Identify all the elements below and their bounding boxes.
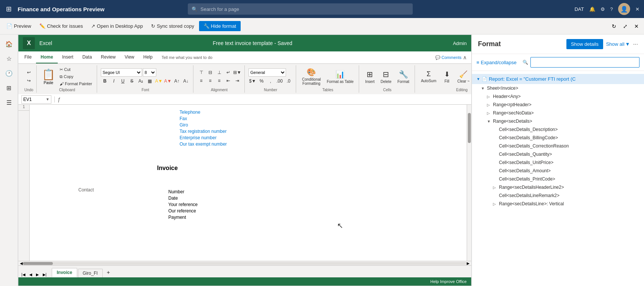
align-right-button[interactable]: ≡ (215, 77, 223, 84)
sheet-prev-button[interactable]: ◀ (28, 272, 34, 277)
tree-item-header-any[interactable]: ▷ Header<Any> (472, 92, 644, 101)
sync-button[interactable]: ↻ Sync stored copy (148, 21, 198, 31)
sheet-tab-invoice[interactable]: Invoice (52, 268, 77, 277)
scroll-thumb[interactable] (23, 262, 53, 265)
preview-button[interactable]: 📄 Preview (3, 21, 34, 31)
tree-item-cell-correctionreason[interactable]: Cell<secDetails_CorrectionReason (472, 142, 644, 150)
tab-home[interactable]: Home (36, 51, 57, 63)
increase-indent-button[interactable]: ⇥ (233, 77, 241, 84)
tree-item-cell-billingcode[interactable]: Cell<secDetails_BillingCode> (472, 134, 644, 142)
tab-insert[interactable]: Insert (58, 51, 78, 63)
user-avatar[interactable]: 👤 (618, 3, 630, 15)
number-format-select[interactable]: General (249, 68, 286, 77)
spreadsheet-area[interactable]: 1 Telephone Fax Giro Tax registration nu… (18, 105, 471, 261)
close-panel-button[interactable]: ✕ (632, 22, 641, 31)
check-issues-button[interactable]: ✏️ Check for issues (36, 21, 86, 31)
merge-button[interactable]: ⊞▼ (233, 69, 241, 76)
sheet-last-button[interactable]: ▶| (41, 272, 48, 277)
open-desktop-button[interactable]: ↗ Open in Desktop App (88, 21, 146, 31)
comma-button[interactable]: , (267, 77, 275, 85)
sheet-add-button[interactable]: ＋ (103, 268, 113, 277)
font-color-button[interactable]: A▼ (164, 77, 172, 85)
expand-collapse-button[interactable]: ≡ Expand/collapse (476, 60, 517, 65)
cell-ref-dropdown[interactable]: ▼ (46, 97, 49, 101)
cut-button[interactable]: ✂ Cut (58, 66, 94, 73)
cell-reference-box[interactable]: EV1 ▼ (21, 95, 51, 104)
bold-button[interactable]: B (101, 77, 109, 85)
increase-decimal-button[interactable]: .00 (276, 77, 284, 85)
align-middle-button[interactable]: ⊟ (206, 69, 214, 76)
sidebar-menu-icon[interactable]: ☰ (3, 96, 15, 109)
currency-button[interactable]: $▼ (249, 77, 257, 85)
panel-search-input[interactable] (534, 60, 636, 65)
horizontal-scrollbar[interactable]: ◀ ▶ (18, 261, 471, 265)
tree-root-item[interactable]: ▼ 📄 Report: Excel = "Customer FTI report… (472, 74, 644, 84)
tree-item-cell-amount[interactable]: Cell<secDetails_Amount> (472, 167, 644, 175)
tab-data[interactable]: Data (78, 51, 96, 63)
tab-review[interactable]: Review (96, 51, 120, 63)
tree-item-cell-unitprice[interactable]: Cell<secDetails_UnitPrice> (472, 158, 644, 167)
tree-item-range-secdetailsheaderline2[interactable]: ▷ Range<secDetailsHeaderLine2> (472, 183, 644, 191)
tree-item-range-secdetailsline[interactable]: ▷ Range<secDetailsLine>: Vertical (472, 200, 644, 208)
decrease-decimal-button[interactable]: .0 (285, 77, 293, 85)
tree-item-cell-lineremark2[interactable]: Cell<secDetailsLineRemark2> (472, 191, 644, 200)
format-painter-button[interactable]: 🖌 Format Painter (58, 81, 94, 87)
comments-button[interactable]: 💬 Comments (435, 55, 461, 60)
delete-cells-button[interactable]: ⊟ Delete (378, 68, 394, 85)
clear-button[interactable]: 🧹 Clear ~ (455, 69, 472, 85)
paste-button[interactable]: 📋 Paste (40, 67, 57, 86)
align-top-button[interactable]: ⊤ (197, 69, 205, 76)
vertical-scroll-thumb[interactable] (468, 113, 471, 143)
fill-color-button[interactable]: A▼ (155, 77, 163, 85)
sheet-next-button[interactable]: ▶ (34, 272, 40, 277)
vertical-scrollbar[interactable] (467, 105, 471, 261)
formula-insert-icon[interactable]: ƒ (58, 96, 61, 102)
conditional-formatting-button[interactable]: 🎨 ConditionalFormatting (300, 66, 323, 87)
tree-item-cell-desc[interactable]: Cell<secDetails_Description> (472, 125, 644, 134)
undo-button[interactable]: ↩ (25, 69, 33, 76)
popout-button[interactable]: ⤢ (621, 22, 630, 31)
align-left-button[interactable]: ≡ (197, 77, 205, 84)
notifications-icon[interactable]: 🔔 (589, 6, 595, 12)
tree-item-range-rptheader[interactable]: ▷ Range<rptHeader> (472, 101, 644, 109)
sidebar-recent-icon[interactable]: 🕐 (2, 67, 16, 80)
sidebar-star-icon[interactable]: ☆ (3, 52, 15, 65)
tree-item-cell-quantity[interactable]: Cell<secDetails_Quantity> (472, 150, 644, 158)
close-nav-icon[interactable]: ✕ (635, 6, 640, 12)
sidebar-workspace-icon[interactable]: ⊞ (3, 81, 14, 95)
font-size-select[interactable]: 8 (143, 68, 156, 77)
tree-item-range-secnodata[interactable]: ▷ Range<secNoData> (472, 109, 644, 117)
show-all-button[interactable]: Show all ▼ (606, 41, 630, 47)
underline-button[interactable]: U (119, 77, 127, 85)
fill-button[interactable]: ⬇ Fill (440, 69, 454, 85)
ribbon-collapse-button[interactable]: ∧ (463, 54, 467, 60)
subscript-button[interactable]: A₂ (137, 77, 145, 85)
redo-button[interactable]: ↪ (25, 77, 33, 84)
sheet-first-button[interactable]: |◀ (20, 272, 27, 277)
panel-search-box[interactable] (530, 57, 640, 68)
strikethrough-button[interactable]: S (128, 77, 136, 85)
formula-input[interactable] (64, 95, 468, 104)
copy-button[interactable]: ⧉ Copy (58, 74, 94, 80)
align-bottom-button[interactable]: ⊥ (215, 69, 223, 76)
decrease-indent-button[interactable]: ⇤ (224, 77, 232, 84)
sheet-tab-giro[interactable]: Giro_FI (78, 269, 103, 277)
format-cells-button[interactable]: 🔧 Format (395, 68, 412, 85)
tab-view[interactable]: View (120, 51, 139, 63)
panel-more-button[interactable]: ··· (633, 41, 638, 48)
increase-font-button[interactable]: A↑ (173, 77, 181, 85)
sidebar-home-icon[interactable]: 🏠 (2, 38, 16, 51)
hide-format-button[interactable]: 🔧 Hide format (199, 21, 241, 31)
waffle-icon[interactable]: ⊞ (4, 3, 13, 15)
percent-button[interactable]: % (258, 77, 266, 85)
font-family-select[interactable]: Segoe UI (101, 68, 142, 77)
autosum-button[interactable]: Σ AutoSum (419, 69, 439, 84)
tree-item-range-secdetails[interactable]: ▼ Range<secDetails> (472, 117, 644, 125)
border-button[interactable]: ▦ (146, 77, 154, 85)
scroll-left-button[interactable]: ◀ (20, 261, 23, 265)
global-search[interactable]: 🔍 Search for a page (188, 3, 413, 15)
italic-button[interactable]: I (110, 77, 118, 85)
tab-help[interactable]: Help (139, 51, 157, 63)
format-as-table-button[interactable]: 📊 Format as Table (325, 68, 356, 85)
show-details-button[interactable]: Show details (566, 39, 603, 49)
